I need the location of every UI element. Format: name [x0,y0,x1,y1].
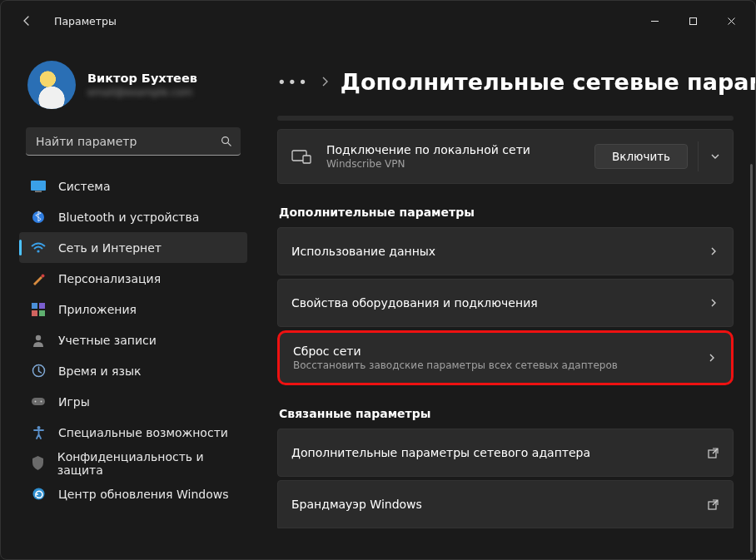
section-header-related: Связанные параметры [279,407,749,420]
wifi-icon [31,240,46,255]
svg-point-16 [37,426,40,429]
item-label: Брандмауэр Windows [291,498,707,511]
profile-name: Виктор Бухтеев [87,72,197,85]
item-label: Сброс сети [293,344,706,358]
item-data-usage[interactable]: Использование данных [277,227,734,275]
brush-icon [31,271,46,286]
svg-rect-3 [35,191,42,192]
sidebar-item-gaming[interactable]: Игры [19,386,247,417]
sidebar-item-label: Система [58,180,110,193]
connection-title: Подключение по локальной сети [326,143,594,156]
gamepad-icon [31,394,46,409]
profile-block[interactable]: Виктор Бухтеев email@example.com [16,49,251,127]
titlebar: Параметры [1,1,755,41]
svg-point-15 [41,401,42,403]
window-title: Параметры [54,15,117,27]
svg-rect-8 [39,303,45,309]
svg-rect-9 [32,310,37,316]
chevron-right-icon [706,352,718,364]
svg-rect-0 [689,17,696,24]
search-box[interactable] [26,127,241,156]
svg-rect-7 [32,303,37,309]
ethernet-icon [291,148,326,165]
sidebar-item-label: Сеть и Интернет [58,241,162,255]
item-label: Свойства оборудования и подключения [291,296,708,310]
section-header-more: Дополнительные параметры [279,206,749,219]
svg-point-11 [36,335,41,339]
sidebar-item-bluetooth[interactable]: Bluetooth и устройства [19,201,247,232]
sidebar-item-system[interactable]: Система [19,171,247,201]
sidebar-item-label: Игры [58,395,90,409]
enable-button[interactable]: Включить [594,144,688,169]
svg-rect-10 [39,310,45,316]
item-network-reset[interactable]: Сброс сети Восстановить заводские параме… [277,330,734,385]
main-content: ••• Дополнительные сетевые параметр Подк… [259,41,755,559]
external-link-icon [707,447,719,459]
avatar [27,61,76,109]
search-icon [220,135,232,147]
window-controls [635,7,750,34]
chevron-right-icon [708,297,719,309]
item-label: Использование данных [291,245,708,258]
item-adapter-options[interactable]: Дополнительные параметры сетевого адапте… [277,429,734,477]
sidebar-item-label: Bluetooth и устройства [58,211,199,224]
sidebar: Виктор Бухтеев email@example.com Система… [1,41,259,559]
nav-list: Система Bluetooth и устройства Сеть и Ин… [16,171,251,509]
sidebar-item-label: Приложения [58,303,137,316]
sidebar-item-personalization[interactable]: Персонализация [19,263,247,294]
display-icon [31,179,46,194]
sidebar-item-accessibility[interactable]: Специальные возможности [19,417,247,448]
sidebar-item-label: Центр обновления Windows [58,488,228,501]
apps-icon [31,302,46,317]
section-divider [277,116,734,121]
profile-email: email@example.com [87,87,197,98]
accessibility-icon [31,425,46,440]
update-icon [31,487,46,502]
external-link-icon [707,498,719,511]
user-icon [31,333,46,348]
svg-point-6 [42,274,45,277]
sidebar-item-accounts[interactable]: Учетные записи [19,325,247,355]
chevron-down-icon [709,151,721,162]
chevron-right-icon [321,76,329,87]
item-hardware-properties[interactable]: Свойства оборудования и подключения [277,279,734,327]
sidebar-item-label: Учетные записи [58,334,157,347]
chevron-right-icon [708,245,719,257]
sidebar-item-network[interactable]: Сеть и Интернет [19,232,247,263]
sidebar-item-time-language[interactable]: Время и язык [19,355,247,386]
svg-point-5 [37,250,39,252]
breadcrumb: ••• Дополнительные сетевые параметр [277,41,749,116]
sidebar-item-label: Конфиденциальность и защита [57,450,239,477]
page-title: Дополнительные сетевые параметр [341,69,755,95]
clock-icon [31,364,46,379]
scrollbar[interactable] [750,164,753,553]
back-button[interactable] [14,8,39,33]
shield-icon [31,456,45,471]
item-label: Дополнительные параметры сетевого адапте… [291,446,707,459]
search-input[interactable] [36,135,220,148]
sidebar-item-label: Время и язык [58,364,141,378]
sidebar-item-label: Специальные возможности [58,426,228,439]
item-firewall[interactable]: Брандмауэр Windows [277,480,734,528]
item-subtitle: Восстановить заводские параметры всех се… [293,359,706,371]
connection-card[interactable]: Подключение по локальной сети Windscribe… [277,129,734,184]
svg-rect-2 [31,181,46,191]
svg-rect-13 [32,398,45,405]
svg-point-14 [35,401,37,403]
maximize-button[interactable] [674,7,712,34]
sidebar-item-label: Персонализация [58,272,161,285]
close-button[interactable] [712,7,750,34]
bluetooth-icon [31,210,46,225]
minimize-button[interactable] [635,7,674,34]
breadcrumb-ellipsis[interactable]: ••• [277,73,309,91]
sidebar-item-privacy[interactable]: Конфиденциальность и защита [19,448,247,478]
sidebar-item-apps[interactable]: Приложения [19,294,247,325]
svg-rect-19 [303,156,311,163]
connection-subtitle: Windscribe VPN [326,158,594,170]
arrow-left-icon [20,14,33,27]
sidebar-item-update[interactable]: Центр обновления Windows [19,478,247,509]
expand-button[interactable] [698,141,731,171]
